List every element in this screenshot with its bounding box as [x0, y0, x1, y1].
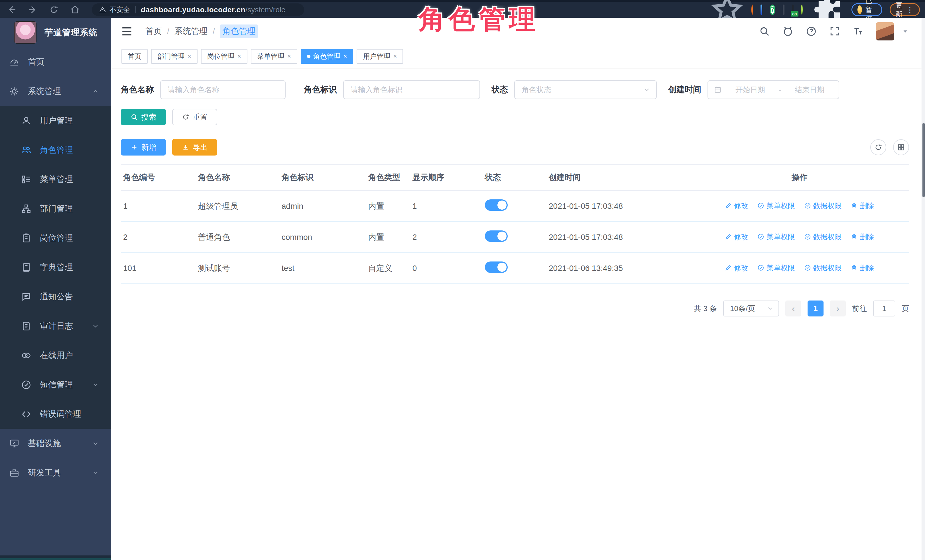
export-button-label: 导出 [193, 143, 208, 152]
sidebar-item-label: 基础设施 [28, 438, 61, 449]
status-toggle-on[interactable] [485, 200, 508, 211]
extension-icon-translate[interactable] [783, 5, 785, 15]
column-settings-button[interactable] [893, 139, 909, 155]
tab-close-icon[interactable]: × [287, 53, 291, 60]
role-code-input[interactable] [343, 80, 480, 99]
tab-users[interactable]: 用户管理× [357, 49, 403, 64]
sidebar-item-infrastructure[interactable]: 基础设施 [0, 429, 111, 458]
sidebar-item-label: 部门管理 [40, 203, 73, 215]
tab-close-icon[interactable]: × [393, 53, 397, 60]
sidebar-item-posts[interactable]: 岗位管理 [0, 223, 111, 253]
profile-avatar-icon [857, 5, 862, 14]
extension-icon-green-v[interactable]: 7 [770, 5, 775, 15]
delete-label: 删除 [860, 263, 874, 273]
sidebar-item-dictionary[interactable]: 字典管理 [0, 253, 111, 282]
chevron-down-icon [92, 440, 99, 447]
chevron-down-icon [92, 381, 99, 389]
extension-icon-green-bot[interactable] [801, 5, 803, 15]
tab-home[interactable]: 首页 [121, 49, 148, 64]
col-role-id: 角色编号 [121, 164, 196, 191]
sidebar-item-dev-tools[interactable]: 研发工具 [0, 458, 111, 487]
date-range-picker[interactable]: 开始日期 - 结束日期 [708, 80, 839, 99]
extension-icon-switch[interactable] [792, 5, 794, 15]
sidebar-item-sms[interactable]: 短信管理 [0, 370, 111, 399]
search-icon[interactable] [759, 26, 770, 37]
data-permission-link[interactable]: 数据权限 [804, 201, 842, 210]
refresh-table-button[interactable] [870, 139, 886, 155]
status-toggle-on[interactable] [485, 230, 508, 242]
delete-link[interactable]: 删除 [851, 201, 874, 210]
reset-button[interactable]: 重置 [172, 109, 217, 125]
chevron-up-icon [92, 88, 99, 95]
sidebar-item-menus[interactable]: 菜单管理 [0, 165, 111, 194]
menu-permission-link[interactable]: 菜单权限 [758, 232, 795, 242]
tab-menus[interactable]: 菜单管理× [251, 49, 297, 64]
browser-reload-icon[interactable] [49, 5, 59, 15]
font-size-icon[interactable] [853, 26, 863, 37]
tab-departments[interactable]: 部门管理× [151, 49, 197, 64]
user-avatar[interactable] [876, 22, 894, 41]
refresh-icon [874, 143, 882, 151]
data-permission-link[interactable]: 数据权限 [804, 232, 842, 242]
address-bar[interactable]: 不安全 dashboard.yudao.iocoder.cn /system/r… [92, 3, 304, 16]
sidebar-item-label: 系统管理 [28, 86, 61, 97]
delete-link[interactable]: 删除 [851, 232, 874, 242]
page-size-select[interactable]: 10条/页 [723, 300, 779, 317]
next-page-button[interactable]: › [830, 300, 846, 317]
dashboard-icon [9, 57, 20, 67]
breadcrumb-system[interactable]: 系统管理 [175, 26, 208, 37]
edit-link[interactable]: 修改 [725, 232, 748, 242]
scrollbar-thumb[interactable] [922, 123, 925, 197]
export-button[interactable]: 导出 [172, 139, 217, 156]
prev-page-button[interactable]: ‹ [785, 300, 801, 317]
sidebar-item-online-users[interactable]: 在线用户 [0, 341, 111, 370]
sidebar-item-system[interactable]: 系统管理 [0, 77, 111, 106]
edit-link[interactable]: 修改 [725, 263, 748, 273]
breadcrumb-home[interactable]: 首页 [145, 26, 162, 37]
sidebar-item-home[interactable]: 首页 [0, 47, 111, 77]
tab-close-icon[interactable]: × [343, 53, 347, 60]
browser-home-icon[interactable] [70, 5, 80, 15]
browser-update-button[interactable]: 更新 ⋮ [890, 3, 920, 16]
browser-menu-icon[interactable]: ⋮ [906, 5, 914, 15]
extension-icon-orange[interactable] [752, 5, 753, 15]
edit-link[interactable]: 修改 [725, 201, 748, 210]
sidebar-item-users[interactable]: 用户管理 [0, 106, 111, 135]
tab-roles-active[interactable]: 角色管理× [301, 49, 354, 64]
status-select[interactable]: 角色状态 [514, 80, 657, 99]
cell-role-name: 超级管理员 [196, 191, 279, 222]
tab-close-icon[interactable]: × [238, 53, 241, 60]
data-permission-link[interactable]: 数据权限 [804, 263, 842, 273]
status-toggle-on[interactable] [485, 261, 508, 273]
github-icon[interactable] [782, 26, 793, 37]
end-date-placeholder: 结束日期 [786, 85, 833, 95]
menu-permission-link[interactable]: 菜单权限 [758, 201, 795, 210]
sidebar-item-notices[interactable]: 通知公告 [0, 282, 111, 311]
caret-down-icon[interactable] [902, 28, 909, 35]
col-actions: 操作 [690, 164, 909, 191]
help-icon[interactable] [806, 26, 817, 37]
sidebar-item-departments[interactable]: 部门管理 [0, 194, 111, 223]
browser-forward-icon[interactable] [28, 5, 38, 15]
current-page-button[interactable]: 1 [807, 300, 824, 317]
delete-link[interactable]: 删除 [851, 263, 874, 273]
online-eye-icon [21, 350, 32, 360]
sidebar-item-roles[interactable]: 角色管理 [0, 135, 111, 165]
goto-page-input[interactable] [873, 300, 895, 317]
extension-icon-blue-gem[interactable] [761, 5, 762, 15]
tab-close-icon[interactable]: × [188, 53, 191, 60]
tab-posts[interactable]: 岗位管理× [201, 49, 247, 64]
role-name-input[interactable] [160, 80, 286, 99]
add-button[interactable]: 新增 [121, 139, 166, 156]
profile-paused-chip[interactable]: 已暂停 [851, 3, 882, 16]
browser-back-icon[interactable] [7, 5, 17, 15]
sidebar-item-audit-log[interactable]: 审计日志 [0, 311, 111, 341]
col-role-code: 角色标识 [279, 164, 366, 191]
search-button[interactable]: 搜索 [121, 109, 166, 125]
trash-icon [851, 233, 857, 240]
menu-permission-link[interactable]: 菜单权限 [758, 263, 795, 273]
sidebar-item-error-codes[interactable]: 错误码管理 [0, 399, 111, 429]
sidebar-toggle-icon[interactable] [121, 26, 133, 37]
fullscreen-icon[interactable] [829, 26, 840, 37]
cell-role-id: 1 [121, 191, 196, 222]
